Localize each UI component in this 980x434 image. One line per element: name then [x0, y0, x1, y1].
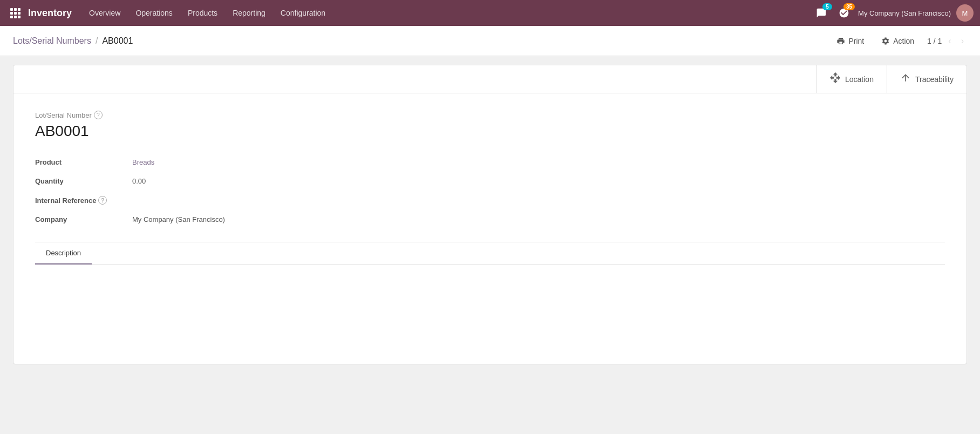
breadcrumb-current: AB0001 — [102, 36, 133, 46]
prev-page-button[interactable]: ‹ — [945, 35, 954, 47]
company-value: My Company (San Francisco) — [132, 210, 413, 229]
svg-rect-8 — [18, 16, 21, 18]
company-label: Company — [35, 210, 132, 229]
page-display: 1 / 1 — [927, 37, 942, 45]
traceability-button[interactable]: Traceability — [887, 65, 967, 93]
navbar-item-configuration[interactable]: Configuration — [274, 5, 332, 21]
smart-buttons: Location Traceability — [13, 65, 967, 93]
location-button[interactable]: Location — [816, 65, 887, 93]
content-card: Location Traceability Lot/Serial Number … — [13, 65, 967, 364]
navbar-right: 5 35 My Company (San Francisco) M — [813, 4, 974, 22]
lot-serial-help-icon[interactable]: ? — [94, 111, 103, 119]
breadcrumb-bar: Lots/Serial Numbers / AB0001 Print Actio… — [0, 26, 980, 56]
tabs-header: Description — [35, 242, 945, 265]
svg-rect-7 — [14, 16, 17, 18]
internal-reference-value — [132, 191, 413, 210]
internal-reference-help-icon[interactable]: ? — [98, 196, 107, 205]
messages-badge: 5 — [822, 3, 832, 10]
navbar-company[interactable]: My Company (San Francisco) — [858, 9, 951, 17]
main-container: Location Traceability Lot/Serial Number … — [0, 56, 980, 434]
activity-badge: 35 — [843, 3, 855, 10]
navbar-menu: Overview Operations Products Reporting C… — [83, 5, 813, 21]
tab-description[interactable]: Description — [35, 242, 92, 265]
traceability-icon — [900, 72, 911, 86]
product-label: Product — [35, 153, 132, 172]
breadcrumb-actions: Print Action 1 / 1 ‹ › — [832, 35, 967, 48]
breadcrumb-parent[interactable]: Lots/Serial Numbers — [13, 36, 91, 46]
navbar-item-reporting[interactable]: Reporting — [226, 5, 272, 21]
quantity-label: Quantity — [35, 172, 132, 191]
activity-button[interactable]: 35 — [835, 4, 853, 22]
svg-rect-4 — [14, 12, 17, 15]
action-button[interactable]: Action — [877, 35, 918, 48]
svg-rect-5 — [18, 12, 21, 15]
svg-rect-2 — [18, 8, 21, 11]
location-label: Location — [845, 75, 874, 84]
navbar-item-overview[interactable]: Overview — [83, 5, 127, 21]
lot-serial-number-value: AB0001 — [35, 123, 945, 140]
internal-reference-label: Internal Reference ? — [35, 191, 132, 210]
svg-rect-0 — [10, 8, 13, 11]
quantity-value: 0.00 — [132, 172, 413, 191]
navbar-brand[interactable]: Inventory — [28, 8, 72, 19]
fields-grid: Product Breads Quantity 0.00 Internal Re… — [35, 153, 413, 229]
lot-serial-number-label: Lot/Serial Number ? — [35, 111, 945, 119]
location-icon — [830, 72, 841, 86]
breadcrumb: Lots/Serial Numbers / AB0001 — [13, 36, 832, 46]
traceability-label: Traceability — [915, 75, 954, 84]
breadcrumb-separator: / — [96, 36, 98, 46]
apps-icon[interactable] — [6, 4, 24, 22]
next-page-button[interactable]: › — [958, 35, 967, 47]
print-button[interactable]: Print — [832, 35, 868, 48]
tabs-section: Description — [35, 242, 945, 351]
navbar-avatar[interactable]: M — [956, 4, 974, 22]
svg-rect-3 — [10, 12, 13, 15]
messages-button[interactable]: 5 — [813, 4, 830, 22]
tab-content-description — [35, 265, 945, 351]
svg-rect-6 — [10, 16, 13, 18]
navbar-item-operations[interactable]: Operations — [129, 5, 179, 21]
navbar: Inventory Overview Operations Products R… — [0, 0, 980, 26]
svg-rect-1 — [14, 8, 17, 11]
lot-serial-section: Lot/Serial Number ? AB0001 — [35, 111, 945, 140]
page-nav: 1 / 1 ‹ › — [927, 35, 967, 47]
print-label: Print — [848, 37, 864, 45]
navbar-item-products[interactable]: Products — [181, 5, 224, 21]
product-value[interactable]: Breads — [132, 153, 413, 172]
form-body: Lot/Serial Number ? AB0001 Product Bread… — [13, 93, 967, 364]
action-label: Action — [893, 37, 914, 45]
